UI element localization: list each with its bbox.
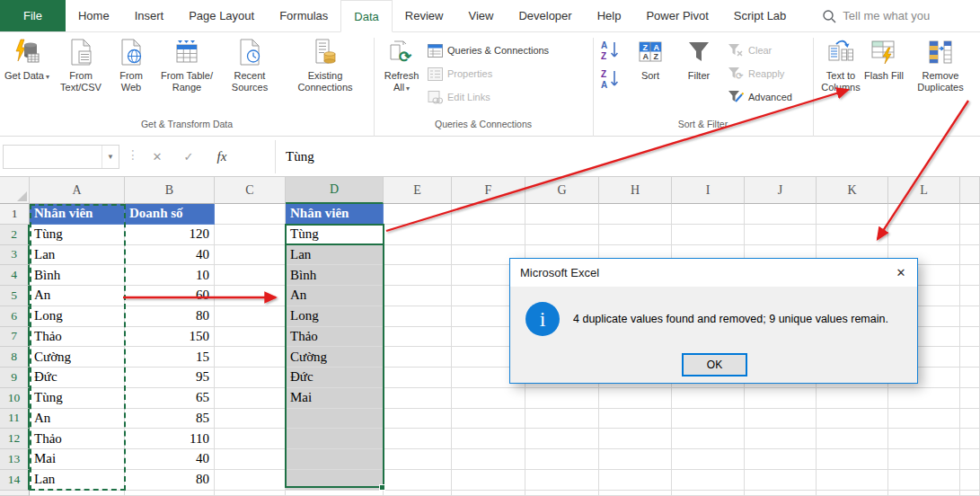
column-header-C[interactable]: C — [215, 177, 286, 204]
cell-F13[interactable] — [452, 449, 525, 470]
cell-H10[interactable] — [599, 388, 672, 409]
from-text-csv-button[interactable]: From Text/CSV — [54, 36, 108, 117]
cell-m5[interactable] — [960, 286, 980, 306]
cell-C5[interactable] — [215, 286, 286, 306]
cell-D7[interactable]: Thảo — [286, 327, 384, 348]
clear-filter-button[interactable]: Clear — [728, 40, 772, 61]
cell-I10[interactable] — [672, 388, 745, 409]
cell-B15[interactable] — [125, 491, 215, 496]
formula-input[interactable]: Tùng — [286, 145, 314, 169]
cell-D9[interactable]: Đức — [286, 368, 384, 388]
cell-C6[interactable] — [215, 306, 286, 327]
cell-A11[interactable]: An — [30, 409, 125, 430]
cell-E3[interactable] — [384, 245, 452, 266]
cell-H14[interactable] — [599, 470, 672, 491]
cell-E15[interactable] — [384, 491, 452, 496]
dialog-title-bar[interactable]: Microsoft Excel ✕ — [510, 259, 917, 287]
tab-home[interactable]: Home — [66, 0, 122, 31]
cell-A9[interactable]: Đức — [30, 368, 125, 388]
cell-D14[interactable] — [286, 470, 384, 491]
cell-D13[interactable] — [286, 449, 384, 470]
cell-L2[interactable] — [888, 225, 960, 245]
cell-B10[interactable]: 65 — [125, 388, 215, 409]
dialog-close-button[interactable]: ✕ — [890, 262, 912, 282]
cell-H12[interactable] — [599, 429, 672, 449]
cell-F11[interactable] — [452, 409, 525, 430]
cell-A8[interactable]: Cường — [30, 347, 125, 368]
sort-button[interactable]: ZAAZ Sort — [629, 36, 672, 117]
cell-J15[interactable] — [745, 491, 817, 496]
cell-m1[interactable] — [960, 204, 980, 225]
cell-I13[interactable] — [672, 449, 745, 470]
cell-I14[interactable] — [672, 470, 745, 491]
get-data-button[interactable]: Get Data▾ — [2, 36, 52, 117]
name-box-caret-icon[interactable]: ▼ — [102, 146, 119, 168]
tab-review[interactable]: Review — [393, 0, 456, 31]
recent-sources-button[interactable]: Recent Sources — [221, 36, 278, 117]
tab-power-pivot[interactable]: Power Pivot — [633, 0, 720, 31]
existing-connections-button[interactable]: Existing Connections — [282, 36, 368, 117]
cell-C11[interactable] — [215, 409, 286, 430]
cell-B14[interactable]: 80 — [125, 470, 215, 491]
column-header-H[interactable]: H — [599, 177, 672, 204]
column-header-I[interactable]: I — [672, 177, 745, 204]
cell-A6[interactable]: Long — [30, 306, 125, 327]
cell-B6[interactable]: 80 — [125, 306, 215, 327]
text-to-columns-button[interactable]: Text to Columns — [816, 36, 866, 117]
cell-C4[interactable] — [215, 265, 286, 286]
cell-H2[interactable] — [599, 225, 672, 245]
cell-L15[interactable] — [888, 491, 960, 496]
cell-G10[interactable] — [525, 388, 599, 409]
flash-fill-button[interactable]: Flash Fill — [864, 36, 904, 117]
column-header-G[interactable]: G — [525, 177, 599, 204]
tab-developer[interactable]: Developer — [506, 0, 584, 31]
cell-C13[interactable] — [215, 449, 286, 470]
cell-J12[interactable] — [745, 429, 817, 449]
from-table-range-button[interactable]: From Table/ Range — [155, 36, 219, 117]
ok-button[interactable]: OK — [682, 353, 747, 376]
cell-m9[interactable] — [960, 368, 980, 388]
cell-E4[interactable] — [384, 265, 452, 286]
cell-I2[interactable] — [672, 225, 745, 245]
cell-L12[interactable] — [888, 429, 960, 449]
cell-D2[interactable]: Tùng — [286, 225, 384, 245]
row-header-12[interactable]: 12 — [0, 429, 30, 449]
confirm-entry-button[interactable]: ✓ — [175, 145, 202, 169]
cell-C12[interactable] — [215, 429, 286, 449]
insert-function-button[interactable]: fx — [208, 145, 235, 169]
cell-G14[interactable] — [525, 470, 599, 491]
cell-C7[interactable] — [215, 327, 286, 348]
row-header-9[interactable]: 9 — [0, 368, 30, 388]
cell-G13[interactable] — [525, 449, 599, 470]
cell-G1[interactable] — [525, 204, 599, 225]
cell-L13[interactable] — [888, 449, 960, 470]
refresh-all-button[interactable]: ⟳ Refresh All▾ — [377, 36, 426, 117]
cell-A1[interactable]: Nhân viên — [30, 204, 125, 225]
cell-B8[interactable]: 15 — [125, 347, 215, 368]
cell-I15[interactable] — [672, 491, 745, 496]
cell-F10[interactable] — [452, 388, 525, 409]
cell-G11[interactable] — [525, 409, 599, 430]
cell-C9[interactable] — [215, 368, 286, 388]
cell-m11[interactable] — [960, 409, 980, 430]
row-header-8[interactable]: 8 — [0, 347, 30, 368]
row-header-2[interactable]: 2 — [0, 225, 30, 245]
tab-help[interactable]: Help — [585, 0, 634, 31]
row-header-14[interactable]: 14 — [0, 470, 30, 491]
reapply-filter-button[interactable]: ⟳ Reapply — [728, 63, 784, 84]
tab-data[interactable]: Data — [340, 0, 392, 32]
cell-I1[interactable] — [672, 204, 745, 225]
cell-J13[interactable] — [745, 449, 817, 470]
cell-B1[interactable]: Doanh số — [125, 204, 215, 225]
cell-J10[interactable] — [745, 388, 817, 409]
row-header-1[interactable]: 1 — [0, 204, 30, 225]
advanced-filter-button[interactable]: Advanced — [728, 86, 792, 108]
filter-button[interactable]: Filter — [675, 36, 722, 117]
cell-A13[interactable]: Mai — [30, 449, 125, 470]
cell-A4[interactable]: Bình — [30, 265, 125, 286]
edit-links-button[interactable]: Edit Links — [428, 86, 490, 108]
cell-B3[interactable]: 40 — [125, 245, 215, 266]
cell-A2[interactable]: Tùng — [30, 225, 125, 245]
cell-m4[interactable] — [960, 265, 980, 286]
cell-A15[interactable] — [30, 491, 125, 496]
